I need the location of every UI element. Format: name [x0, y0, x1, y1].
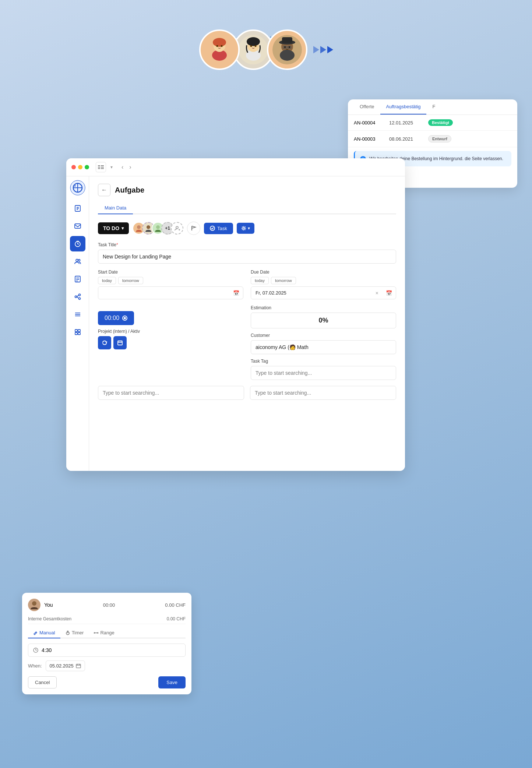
layout-dropdown[interactable]: ▾ [110, 165, 113, 170]
task-toolbar: TO DO ▾ [98, 222, 396, 235]
svg-point-11 [254, 45, 256, 47]
tt-tab-timer-label: Timer [72, 630, 84, 635]
clock-small-icon [33, 647, 39, 653]
task-tag-input[interactable] [251, 366, 396, 380]
tab-main-data[interactable]: Main Data [98, 202, 133, 214]
settings-btn[interactable]: ▾ [237, 223, 254, 234]
sidebar-item-grid[interactable] [70, 324, 85, 340]
svg-point-10 [250, 45, 252, 47]
svg-point-18 [288, 46, 290, 48]
app-logo[interactable]: AI [70, 180, 85, 195]
order-badge-confirmed: Bestätigt [428, 119, 453, 126]
timer-display[interactable]: 00:00 [98, 311, 134, 325]
tt-when-label: When: [28, 663, 42, 669]
sidebar-item-notes[interactable] [70, 271, 85, 287]
nav-forward-btn[interactable]: › [127, 163, 133, 171]
order-tabs: Offerte Auftragsbestätig F [348, 99, 517, 115]
svg-rect-87 [76, 664, 81, 668]
task-type-btn[interactable]: Task [204, 223, 233, 234]
timer-stop-icon[interactable] [122, 316, 127, 321]
project-search-input[interactable] [98, 386, 244, 400]
sidebar-item-timer[interactable] [70, 236, 85, 251]
tt-avatar [28, 599, 40, 611]
task-tag-label: Task Tag [251, 359, 396, 364]
tt-total-label: Interne Gesamtkosten [28, 616, 71, 621]
tt-tab-timer[interactable]: Timer [60, 628, 89, 638]
task-btn-label: Task [217, 226, 227, 231]
tt-tab-range[interactable]: Range [89, 628, 119, 638]
svg-point-63 [137, 225, 141, 229]
nav-back-btn[interactable]: ‹ [119, 163, 126, 171]
tt-cancel-btn[interactable]: Cancel [28, 676, 57, 688]
tt-save-btn[interactable]: Save [158, 676, 186, 688]
page-header: ← Aufgabe [98, 184, 396, 196]
tt-tabs: Manual Timer Range [28, 628, 186, 638]
due-date-clear-icon[interactable]: × [372, 290, 382, 296]
sidebar-item-mail[interactable] [70, 218, 85, 234]
svg-point-51 [75, 296, 77, 298]
back-button[interactable]: ← [98, 184, 110, 196]
start-date-quick-btns: today tomorrow [98, 277, 243, 284]
start-date-input[interactable] [98, 287, 229, 299]
customer-label: Customer [251, 333, 396, 338]
tag-search-input[interactable] [250, 386, 396, 400]
due-today-btn[interactable]: today [251, 277, 269, 284]
start-date-group: Start Date today tomorrow 📅 [98, 269, 243, 299]
svg-point-70 [243, 228, 244, 229]
title-field-group: Task Title* [98, 242, 396, 264]
tt-tab-manual[interactable]: Manual [28, 628, 60, 638]
close-btn[interactable] [71, 165, 76, 169]
avatar-3 [267, 29, 307, 70]
customer-input[interactable] [251, 340, 396, 354]
due-tomorrow-btn[interactable]: tomorrow [271, 277, 296, 284]
tt-footer: Cancel Save [28, 676, 186, 688]
due-date-group: Due Date today tomorrow × 📅 [251, 269, 396, 299]
tab-auftragsbestatigung[interactable]: Auftragsbestätig [380, 99, 427, 115]
customer-field-group: Customer [251, 333, 396, 354]
todo-status-btn[interactable]: TO DO ▾ [98, 222, 129, 234]
sidebar-item-menu[interactable] [70, 307, 85, 322]
app-body: AI [66, 176, 405, 471]
maximize-btn[interactable] [85, 165, 89, 169]
sidebar-item-tasks[interactable] [70, 201, 85, 216]
svg-text:AI: AI [73, 184, 76, 187]
due-date-calendar-icon[interactable]: 📅 [382, 290, 396, 296]
tt-time-input-wrap[interactable] [28, 644, 186, 657]
svg-rect-40 [75, 224, 81, 228]
estimation-input[interactable] [251, 313, 396, 328]
edit-icon [33, 631, 38, 635]
tab-offerte[interactable]: Offerte [354, 99, 380, 115]
svg-point-52 [78, 294, 80, 296]
start-date-calendar-icon[interactable]: 📅 [229, 290, 243, 296]
start-date-input-wrap[interactable]: 📅 [98, 286, 243, 299]
project-refresh-btn[interactable] [98, 336, 111, 349]
task-tag-field-group: Task Tag [251, 359, 396, 380]
add-assignee-btn[interactable] [171, 222, 183, 235]
order-badge-draft: Entwurf [428, 135, 451, 142]
tab-extra[interactable]: F [426, 99, 441, 115]
start-today-btn[interactable]: today [98, 277, 116, 284]
window-titlebar: ▾ ‹ › [66, 158, 405, 176]
tt-date-input[interactable]: 05.02.2025 [46, 660, 85, 671]
due-date-input-wrap[interactable]: × 📅 [251, 286, 396, 299]
tt-time-input-field[interactable] [42, 647, 181, 653]
start-tomorrow-btn[interactable]: tomorrow [118, 277, 143, 284]
sidebar-item-integrations[interactable] [70, 289, 85, 304]
minimize-btn[interactable] [78, 165, 82, 169]
tt-total-row: Interne Gesamtkosten 0.00 CHF [28, 614, 186, 624]
app-window: ▾ ‹ › AI [66, 158, 405, 471]
flag-button[interactable] [187, 222, 200, 235]
sidebar-toggle-btn[interactable] [96, 162, 106, 172]
sidebar-item-users[interactable] [70, 254, 85, 269]
svg-point-76 [32, 601, 36, 606]
timer-value: 00:00 [105, 315, 119, 321]
svg-point-14 [280, 50, 295, 61]
bottom-search-row [98, 386, 396, 400]
tt-tab-manual-label: Manual [39, 630, 55, 635]
assignee-avatars: +1 [133, 222, 183, 235]
tt-user-time: 00:00 [103, 602, 115, 608]
page-title: Aufgabe [115, 186, 144, 194]
project-calendar-btn[interactable] [113, 336, 127, 349]
task-title-input[interactable] [98, 250, 396, 264]
due-date-input[interactable] [251, 287, 372, 299]
